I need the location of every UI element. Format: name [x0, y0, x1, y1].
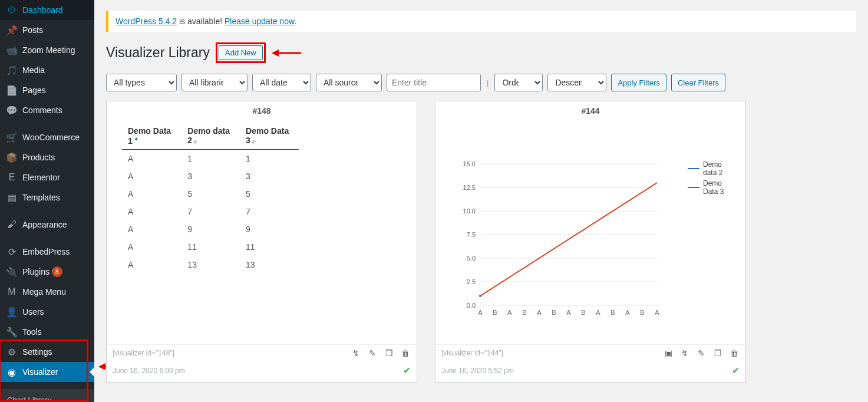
- filter-sources[interactable]: All sources: [316, 74, 382, 91]
- sidebar-item-products[interactable]: 📦Products: [0, 147, 94, 167]
- edit-icon[interactable]: ✎: [696, 348, 707, 358]
- table-row: A99: [122, 220, 299, 238]
- table-row: A1111: [122, 238, 299, 256]
- sidebar-item-users[interactable]: 👤Users: [0, 302, 94, 322]
- admin-sidebar: ⏲Dashboard📌Posts📹Zoom Meeting🎵Media📄Page…: [0, 0, 94, 402]
- svg-text:A: A: [655, 309, 659, 316]
- sidebar-item-visualizer[interactable]: ◉Visualizer: [0, 362, 94, 382]
- sidebar-item-settings[interactable]: ⚙Settings: [0, 342, 94, 362]
- trash-icon[interactable]: 🗑: [400, 348, 411, 358]
- svg-text:7.5: 7.5: [467, 231, 476, 238]
- page-title: Visualizer Library: [106, 45, 210, 61]
- table-row: A33: [122, 167, 299, 185]
- separator: |: [486, 78, 490, 87]
- svg-text:A: A: [566, 309, 571, 316]
- chart-card-title: #144: [435, 101, 745, 120]
- svg-text:A: A: [507, 309, 512, 316]
- svg-text:10.0: 10.0: [463, 207, 476, 215]
- column-header[interactable]: Demo data 2◆: [181, 123, 240, 149]
- filter-dates[interactable]: All dates: [252, 74, 311, 91]
- filter-libraries[interactable]: All libraries: [181, 74, 247, 91]
- sidebar-item-elementor[interactable]: EElementor: [0, 167, 94, 187]
- embed-icon: ⟳: [6, 246, 18, 258]
- export-icon[interactable]: ↯: [351, 348, 361, 358]
- annotation-arrow: [272, 49, 301, 57]
- clone-icon[interactable]: ❐: [712, 348, 723, 358]
- wp-version-link[interactable]: WordPress 5.4.2: [115, 17, 177, 26]
- filter-orderby[interactable]: Order By: [494, 74, 543, 91]
- image-icon[interactable]: ▣: [663, 348, 674, 358]
- page-icon: 📄: [6, 84, 18, 96]
- templates-icon: ▤: [6, 192, 18, 203]
- trash-icon[interactable]: 🗑: [729, 348, 740, 358]
- svg-text:12.5: 12.5: [463, 184, 476, 191]
- filter-title-input[interactable]: [387, 74, 481, 91]
- svg-text:5.0: 5.0: [467, 255, 476, 262]
- sidebar-item-plugins[interactable]: 🔌Plugins8: [0, 262, 94, 282]
- sidebar-item-embedpress[interactable]: ⟳EmbedPress: [0, 242, 94, 262]
- chart-card: #144 Demo data 2Demo Data 3 0.02.55.07.5…: [435, 101, 746, 383]
- camera-icon: 📹: [6, 44, 18, 56]
- svg-text:B: B: [493, 309, 497, 316]
- media-icon: 🎵: [6, 64, 18, 76]
- sidebar-item-zoom-meeting[interactable]: 📹Zoom Meeting: [0, 40, 94, 60]
- filter-direction[interactable]: Descending: [547, 74, 606, 91]
- filter-bar: All types All libraries All dates All so…: [106, 74, 856, 91]
- shortcode-text: [visualizer id="148"]: [113, 349, 174, 357]
- svg-text:B: B: [610, 309, 615, 316]
- table-row: A11: [122, 149, 299, 167]
- svg-text:A: A: [478, 309, 483, 316]
- svg-text:2.5: 2.5: [467, 278, 476, 285]
- badge: 8: [52, 266, 62, 277]
- sidebar-item-media[interactable]: 🎵Media: [0, 60, 94, 80]
- vis-icon: ◉: [6, 366, 18, 378]
- svg-text:0.0: 0.0: [467, 302, 476, 309]
- sidebar-item-posts[interactable]: 📌Posts: [0, 20, 94, 40]
- data-table: Demo Data 1▲Demo data 2◆Demo Data 3◆ A11…: [122, 123, 299, 274]
- box-icon: 📦: [6, 151, 18, 163]
- mega-icon: M: [6, 286, 18, 298]
- edit-icon[interactable]: ✎: [367, 348, 378, 358]
- svg-text:B: B: [552, 309, 556, 316]
- add-new-button[interactable]: Add New: [219, 45, 263, 60]
- clear-filters-button[interactable]: Clear Filters: [671, 74, 725, 91]
- sidebar-item-templates[interactable]: ▤Templates: [0, 187, 94, 207]
- status-ok-icon: ✔: [732, 365, 740, 376]
- woo-icon: 🛒: [6, 131, 18, 143]
- status-ok-icon: ✔: [403, 365, 411, 376]
- sidebar-item-appearance[interactable]: 🖌Appearance: [0, 215, 94, 235]
- sidebar-item-pages[interactable]: 📄Pages: [0, 80, 94, 100]
- column-header[interactable]: Demo Data 1▲: [122, 123, 181, 149]
- column-header[interactable]: Demo Data 3◆: [240, 123, 299, 149]
- svg-text:A: A: [537, 309, 542, 316]
- clone-icon[interactable]: ❐: [384, 348, 394, 358]
- elementor-icon: E: [6, 172, 18, 183]
- export-icon[interactable]: ↯: [679, 348, 690, 358]
- apply-filters-button[interactable]: Apply Filters: [611, 74, 666, 91]
- brush-icon: 🖌: [6, 219, 18, 230]
- legend-item: Demo data 2: [688, 160, 732, 177]
- table-row: A1313: [122, 256, 299, 274]
- sidebar-item-dashboard[interactable]: ⏲Dashboard: [0, 0, 94, 20]
- sidebar-item-comments[interactable]: 💬Comments: [0, 100, 94, 120]
- svg-text:A: A: [625, 309, 630, 316]
- chart-card: #148 Demo Data 1▲Demo data 2◆Demo Data 3…: [106, 101, 417, 383]
- speedometer-icon: ⏲: [6, 4, 18, 16]
- submenu-chart-library[interactable]: Chart Library: [0, 393, 94, 402]
- update-notice: WordPress 5.4.2 is available! Please upd…: [106, 11, 856, 32]
- svg-text:B: B: [522, 309, 526, 316]
- chart-card-title: #148: [107, 101, 417, 120]
- filter-types[interactable]: All types: [106, 74, 177, 91]
- update-now-link[interactable]: Please update now: [225, 17, 294, 26]
- svg-marker-3: [272, 50, 279, 57]
- sidebar-item-mega-menu[interactable]: MMega Menu: [0, 282, 94, 302]
- comment-icon: 💬: [6, 104, 18, 116]
- sidebar-item-woocommerce[interactable]: 🛒WooCommerce: [0, 127, 94, 147]
- chart-legend: Demo data 2Demo Data 3: [688, 160, 732, 198]
- chart-date: June 16, 2020 5:52 pm: [441, 367, 514, 375]
- legend-item: Demo Data 3: [688, 179, 732, 196]
- sidebar-item-tools[interactable]: 🔧Tools: [0, 322, 94, 342]
- pin-icon: 📌: [6, 24, 18, 36]
- plug-icon: 🔌: [6, 266, 18, 278]
- svg-text:B: B: [581, 309, 585, 316]
